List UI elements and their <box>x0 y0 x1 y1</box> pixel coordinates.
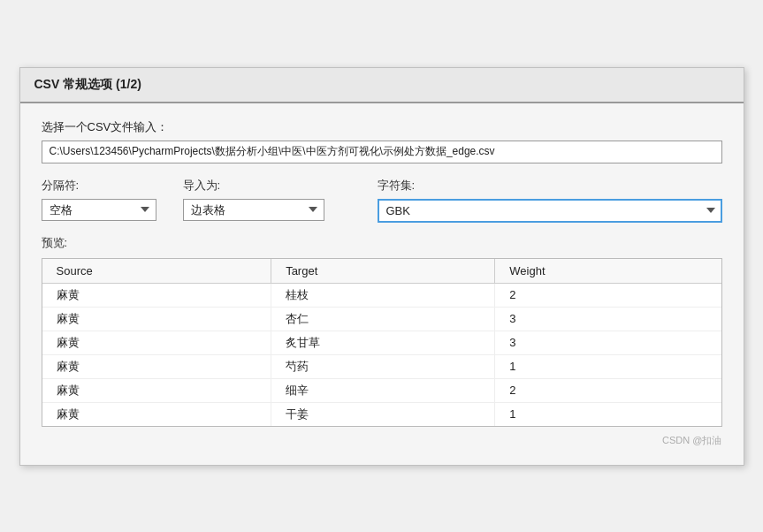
separator-select[interactable]: 空格 <box>42 199 156 221</box>
preview-table-wrapper: Source Target Weight 麻黄桂枝2麻黄杏仁3麻黄炙甘草3麻黄芍… <box>42 258 722 427</box>
table-cell: 麻黄 <box>42 307 271 331</box>
charset-select[interactable]: GBK <box>378 199 722 223</box>
charset-select-wrapper: GBK <box>378 199 722 223</box>
options-row: 分隔符: 空格 导入为: 边表格 字符集: <box>42 178 722 223</box>
col-weight: Weight <box>495 259 721 284</box>
table-cell: 麻黄 <box>42 331 271 354</box>
table-cell: 2 <box>495 283 721 307</box>
separator-select-wrapper: 空格 <box>42 199 156 221</box>
import-as-select-wrapper: 边表格 <box>183 199 324 221</box>
table-header: Source Target Weight <box>42 259 721 284</box>
table-row: 麻黄干姜1 <box>42 402 721 426</box>
table-cell: 麻黄 <box>42 378 271 402</box>
table-cell: 炙甘草 <box>271 331 495 354</box>
separator-label: 分隔符: <box>42 178 156 194</box>
dialog-body: 选择一个CSV文件输入： 分隔符: 空格 导入为: 边表格 <box>20 103 744 465</box>
table-row: 麻黄细辛2 <box>42 378 721 402</box>
separator-group: 分隔符: 空格 <box>42 178 156 221</box>
preview-label: 预览: <box>42 235 722 251</box>
table-cell: 麻黄 <box>42 402 271 426</box>
table-cell: 桂枝 <box>271 283 495 307</box>
import-as-group: 导入为: 边表格 <box>183 178 324 221</box>
import-as-label: 导入为: <box>183 178 324 194</box>
table-cell: 1 <box>495 354 721 378</box>
table-cell: 1 <box>495 402 721 426</box>
dialog-title: CSV 常规选项 (1/2) <box>20 68 744 103</box>
table-cell: 干姜 <box>271 402 495 426</box>
table-cell: 2 <box>495 378 721 402</box>
table-cell: 麻黄 <box>42 354 271 378</box>
preview-table: Source Target Weight 麻黄桂枝2麻黄杏仁3麻黄炙甘草3麻黄芍… <box>42 259 721 426</box>
import-as-select[interactable]: 边表格 <box>183 199 324 221</box>
charset-label: 字符集: <box>378 178 722 194</box>
table-cell: 3 <box>495 331 721 354</box>
table-body: 麻黄桂枝2麻黄杏仁3麻黄炙甘草3麻黄芍药1麻黄细辛2麻黄干姜1 <box>42 283 721 426</box>
footer-note: CSDN @扣油 <box>42 434 722 447</box>
table-cell: 杏仁 <box>271 307 495 331</box>
table-row: 麻黄桂枝2 <box>42 283 721 307</box>
table-cell: 细辛 <box>271 378 495 402</box>
file-input-label: 选择一个CSV文件输入： <box>42 119 722 135</box>
table-row: 麻黄芍药1 <box>42 354 721 378</box>
table-cell: 麻黄 <box>42 283 271 307</box>
table-row: 麻黄杏仁3 <box>42 307 721 331</box>
col-source: Source <box>42 259 271 284</box>
table-row: 麻黄炙甘草3 <box>42 331 721 354</box>
table-cell: 芍药 <box>271 354 495 378</box>
csv-dialog: CSV 常规选项 (1/2) 选择一个CSV文件输入： 分隔符: 空格 导入为:… <box>19 67 744 466</box>
table-cell: 3 <box>495 307 721 331</box>
file-path-input[interactable] <box>42 141 722 163</box>
col-target: Target <box>271 259 495 284</box>
charset-group: 字符集: GBK <box>378 178 722 223</box>
